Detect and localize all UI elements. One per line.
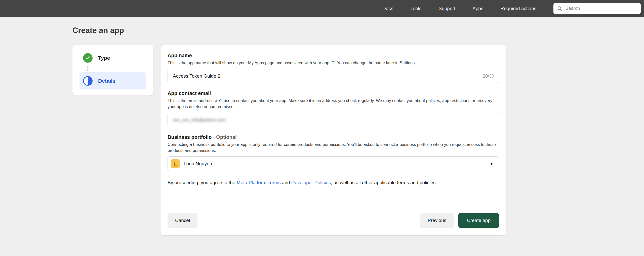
create-app-wizard: Type Details App name This is the app na… xyxy=(72,45,644,235)
portfolio-avatar: L xyxy=(171,159,180,168)
search-input[interactable] xyxy=(566,6,637,11)
contact-email-description: This is the email address we'll use to c… xyxy=(168,98,499,110)
app-name-input[interactable] xyxy=(168,69,499,83)
nav-item-docs[interactable]: Docs xyxy=(382,6,393,11)
previous-button[interactable]: Previous xyxy=(420,213,454,228)
business-portfolio-heading-text: Business portfolio xyxy=(168,134,212,140)
terms-conjunction: and xyxy=(281,180,291,185)
step-in-progress-icon xyxy=(83,76,93,86)
top-nav-bar: Docs Tools Support Apps Required actions xyxy=(0,0,644,17)
create-app-button[interactable]: Create app xyxy=(458,213,499,228)
business-portfolio-section: Business portfolio · Optional Connecting… xyxy=(168,134,499,171)
optional-label: Optional xyxy=(216,134,236,140)
step-complete-check-icon xyxy=(83,53,93,63)
step-details-label: Details xyxy=(98,78,115,84)
page-title: Create an app xyxy=(72,26,644,35)
meta-platform-terms-link[interactable]: Meta Platform Terms xyxy=(237,180,281,185)
step-connector-dots xyxy=(87,65,146,72)
nav-item-apps[interactable]: Apps xyxy=(472,6,483,11)
business-portfolio-select[interactable]: L Luna Nguyen ▼ xyxy=(168,156,499,171)
developer-policies-link[interactable]: Developer Policies xyxy=(291,180,331,185)
step-type[interactable]: Type xyxy=(79,51,146,65)
step-type-label: Type xyxy=(98,55,110,61)
business-portfolio-description: Connecting a business portfolio to your … xyxy=(168,142,499,153)
contact-email-obscured-value: xxx_xxx_info@yahoo.com xyxy=(173,117,225,123)
search-box[interactable] xyxy=(553,3,641,14)
chevron-down-icon: ▼ xyxy=(490,162,493,166)
terms-prefix: By proceeding, you agree to the xyxy=(168,180,237,185)
nav-item-tools[interactable]: Tools xyxy=(410,6,421,11)
terms-text: By proceeding, you agree to the Meta Pla… xyxy=(168,179,472,186)
contact-email-heading: App contact email xyxy=(168,90,499,96)
app-name-char-counter: 20/30 xyxy=(483,74,494,79)
steps-card: Type Details xyxy=(72,45,153,95)
contact-email-field[interactable]: xxx_xxx_info@yahoo.com xyxy=(168,113,499,127)
form-actions: Cancel Previous Create app xyxy=(168,213,499,228)
nav-item-required-actions[interactable]: Required actions xyxy=(500,6,536,11)
app-details-form-card: App name This is the app name that will … xyxy=(160,45,506,235)
app-name-section: App name This is the app name that will … xyxy=(168,53,499,83)
app-name-heading: App name xyxy=(168,53,499,58)
cancel-button[interactable]: Cancel xyxy=(168,213,197,228)
portfolio-selected-name: Luna Nguyen xyxy=(184,161,490,167)
heading-separator: · xyxy=(212,134,216,140)
contact-email-section: App contact email This is the email addr… xyxy=(168,90,499,127)
app-name-description: This is the app name that will show on y… xyxy=(168,60,499,66)
step-details[interactable]: Details xyxy=(79,72,146,89)
nav-item-support[interactable]: Support xyxy=(439,6,456,11)
terms-suffix: , as well as all other applicable terms … xyxy=(331,180,437,185)
search-icon xyxy=(557,6,562,11)
business-portfolio-heading: Business portfolio · Optional xyxy=(168,134,499,140)
